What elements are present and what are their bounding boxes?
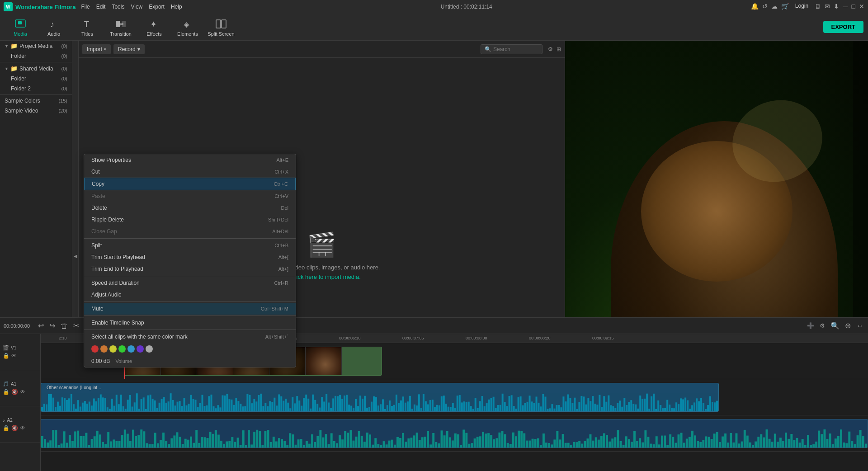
ctx-copy[interactable]: Copy Ctrl+C [84,178,296,190]
audio-2-lock-icon[interactable]: 🔒 [3,425,9,431]
close-button[interactable]: ✕ [859,3,864,11]
icon-refresh[interactable]: ↺ [762,3,768,11]
audio-clip-1[interactable]: Other scenarios (Long int... // Generate… [41,383,719,412]
grid-view-icon[interactable]: ⊞ [557,46,561,52]
ctx-adjust-audio[interactable]: Adjust Audio [84,289,296,301]
color-blue[interactable] [127,345,135,353]
search-input[interactable] [493,46,538,52]
svg-rect-20 [61,397,63,411]
svg-rect-30 [84,401,86,411]
svg-rect-306 [707,405,709,411]
menu-file[interactable]: File [81,4,90,10]
ctx-speed-duration[interactable]: Speed and Duration Ctrl+R [84,277,296,289]
color-gray[interactable] [146,345,153,353]
audio-2-mute-icon[interactable]: 🔇 [11,425,18,431]
login-button[interactable]: Login [793,3,811,11]
menu-tools[interactable]: Tools [112,4,124,10]
menu-edit[interactable]: Edit [96,4,106,10]
color-orange[interactable] [100,345,108,353]
svg-rect-589 [807,435,809,447]
icon-download-arrow[interactable]: ⬇ [834,3,839,11]
toolbar-media[interactable]: Media [5,15,36,39]
ctx-mute[interactable]: Mute Ctrl+Shift+M [84,303,296,315]
import-button[interactable]: Import ▾ [82,44,111,54]
video-lock-icon[interactable]: 🔒 [3,353,9,359]
icon-download-cloud[interactable]: ☁ [771,3,778,11]
ctx-timeline-snap[interactable]: Enable Timeline Snap [84,317,296,329]
shared-folder-2[interactable]: Folder 2 (0) [0,84,72,94]
audio-track-1-label: A1 [11,382,16,386]
ctx-trim-start[interactable]: Trim Start to Playhead Alt+[ [84,251,296,263]
shared-folder-1[interactable]: Folder (0) [0,74,72,84]
search-box[interactable]: 🔍 [481,44,542,54]
icon-mail[interactable]: ✉ [825,3,830,11]
menu-view[interactable]: View [131,4,142,10]
toolbar-audio[interactable]: ♪ Audio [38,15,70,39]
svg-rect-76 [188,404,190,411]
svg-rect-487 [526,441,528,447]
audio-2-eye-icon[interactable]: 👁 [20,425,25,431]
svg-rect-280 [648,409,650,411]
svg-rect-416 [330,433,333,447]
import-label: Import [87,46,102,52]
ctx-paste[interactable]: Paste Ctrl+V [84,190,296,202]
shared-media-section[interactable]: ▼ 📁 Shared Media (0) [0,63,72,74]
toolbar-titles[interactable]: T Titles [71,15,103,39]
svg-rect-177 [416,405,418,411]
maximize-button[interactable]: □ [852,3,855,11]
svg-rect-73 [181,406,183,411]
menu-help[interactable]: Help [171,4,182,10]
record-button[interactable]: Record ▾ [113,44,145,54]
color-purple[interactable] [137,345,144,353]
ctx-cut[interactable]: Cut Ctrl+X [84,166,296,178]
cut-tool[interactable]: ✂ [72,320,80,331]
color-green[interactable] [118,345,126,353]
track-settings-icon[interactable]: ⚙ [819,321,826,330]
project-folder-1[interactable]: Folder (0) [0,51,72,61]
minimize-button[interactable]: ─ [843,3,848,11]
ctx-delete[interactable]: Delete Del [84,202,296,214]
undo-tool[interactable]: ↩ [37,320,45,331]
audio-1-lock-icon[interactable]: 🔒 [3,389,9,395]
toolbar-transition[interactable]: ⇌ Transition [105,15,137,39]
video-eye-icon[interactable]: 👁 [11,353,17,359]
ctx-ripple-delete[interactable]: Ripple Delete Shift+Del [84,214,296,226]
svg-rect-124 [296,396,298,411]
toolbar-elements[interactable]: ◈ Elements [172,15,203,39]
ctx-show-properties[interactable]: Show Properties Alt+E [84,154,296,166]
export-button[interactable]: EXPORT [823,21,863,33]
filter-icon[interactable]: ⚙ [548,46,553,52]
menu-export[interactable]: Export [149,4,165,10]
icon-notifications[interactable]: 🔔 [751,3,759,11]
ctx-close-gap[interactable]: Close Gap Alt+Del [84,226,296,237]
import-link[interactable]: click here to import media. [292,273,361,280]
sample-colors[interactable]: Sample Colors (15) [0,96,72,106]
redo-tool[interactable]: ↪ [48,320,56,331]
svg-rect-229 [533,403,535,411]
toolbar-effects[interactable]: ✦ Effects [138,15,170,39]
sample-video[interactable]: Sample Video (20) [0,106,72,116]
ctx-trim-end[interactable]: Trim End to Playhead Alt+] [84,263,296,275]
svg-rect-315 [52,430,54,447]
icon-monitor[interactable]: 🖥 [815,3,821,11]
svg-rect-82 [202,395,203,411]
add-track-icon[interactable]: ➕ [806,321,815,330]
svg-rect-106 [255,401,257,411]
project-folder-1-count: (0) [61,53,67,59]
audio-1-mute-icon[interactable]: 🔇 [11,389,18,395]
fit-timeline-icon[interactable]: ↔ [855,321,864,331]
audio-1-eye-icon[interactable]: 👁 [20,389,25,395]
ctx-select-same-color[interactable]: Select all clips with the same color mar… [84,331,296,343]
project-media-section[interactable]: ▼ 📁 Project Media (0) [0,41,72,51]
color-red[interactable] [91,345,99,353]
ctx-split[interactable]: Split Ctrl+B [84,240,296,251]
color-yellow[interactable] [109,345,117,353]
zoom-timeline-out[interactable]: 🔍 [830,320,840,331]
svg-rect-180 [423,394,425,411]
audio-track-1-lane[interactable]: Other scenarios (Long int... // Generate… [41,379,868,415]
zoom-timeline-in[interactable]: ⊕ [844,320,852,331]
toolbar-split-screen[interactable]: Split Screen [205,15,237,39]
audio-track-2-lane[interactable] [41,415,868,452]
icon-shop[interactable]: 🛒 [781,3,789,11]
delete-tool[interactable]: 🗑 [60,321,69,331]
